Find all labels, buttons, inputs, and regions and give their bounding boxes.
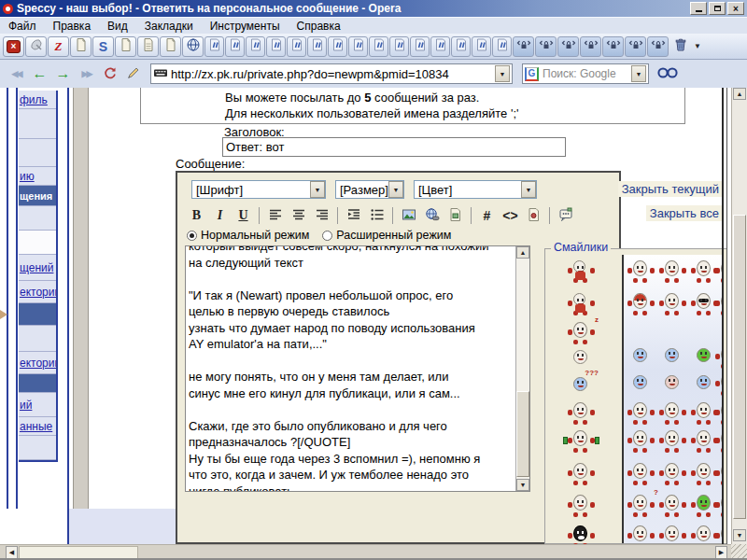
insert-image-button[interactable]	[399, 206, 418, 225]
sidebar-link[interactable]: анные	[20, 420, 52, 433]
menu-tools[interactable]: Инструменты	[202, 19, 289, 34]
shocked-ball-smiley[interactable]	[629, 371, 652, 396]
transfer-button[interactable]	[602, 36, 624, 57]
compose-button[interactable]	[121, 63, 145, 85]
facepalm-egg-smiley[interactable]	[629, 400, 652, 425]
transfer-button[interactable]	[580, 36, 601, 57]
sleeping-smiley[interactable]: z	[570, 320, 592, 344]
window-tab-button[interactable]	[430, 36, 450, 57]
hash-button[interactable]: #	[477, 206, 497, 225]
scroll-up-button[interactable]: ▲	[733, 88, 746, 100]
font-dropdown-button[interactable]: ▼	[310, 181, 325, 198]
wink-ball-smiley[interactable]	[629, 344, 652, 369]
normal-mode-radio[interactable]	[187, 231, 197, 241]
scroll-down-button[interactable]: ▼	[516, 479, 529, 491]
sunglasses-egg-smiley[interactable]	[693, 291, 715, 315]
align-left-button[interactable]	[265, 206, 285, 225]
sidebar-selected-row[interactable]	[19, 374, 56, 393]
binoculars-find-icon[interactable]	[656, 65, 679, 82]
wink-egg-smiley[interactable]	[629, 259, 652, 283]
fastforward-button[interactable]: ▶▶	[75, 63, 98, 85]
transfer-button[interactable]	[557, 36, 579, 57]
page-vertical-scrollbar[interactable]: ▲ ▼	[731, 88, 747, 544]
stop-button[interactable]: ×	[3, 36, 24, 57]
indent-button[interactable]	[344, 206, 363, 225]
list-button[interactable]	[367, 206, 387, 225]
italic-button[interactable]: I	[210, 206, 230, 225]
back-button[interactable]: ←	[28, 63, 51, 85]
laughing-egg-smiley[interactable]	[570, 493, 592, 517]
transfer-button[interactable]	[535, 36, 557, 57]
align-right-button[interactable]	[312, 206, 331, 225]
window-tab-button[interactable]	[389, 36, 409, 57]
window-tab-button[interactable]	[246, 36, 265, 57]
yawning-egg-smiley[interactable]	[693, 400, 715, 425]
grin-ball-smiley[interactable]	[693, 344, 715, 369]
sidebar-link-row[interactable]: ию	[19, 167, 56, 186]
transfer-button[interactable]	[647, 36, 669, 57]
sidebar-link[interactable]: филь	[20, 93, 48, 106]
tongue-egg-smiley[interactable]	[693, 259, 715, 283]
window-tab-button[interactable]	[287, 36, 306, 57]
sidebar-link[interactable]: ий	[20, 399, 32, 412]
address-dropdown-button[interactable]: ▼	[495, 65, 510, 82]
scroll-right-button[interactable]: ▶	[715, 546, 727, 559]
scroll-left-button[interactable]: ◀	[6, 546, 18, 559]
address-input[interactable]: http://zx.pk.ru/private.php?do=newpm&pmi…	[150, 63, 513, 84]
window-tab-button[interactable]	[472, 36, 491, 57]
restore-button[interactable]	[709, 2, 726, 15]
textarea-scrollbar[interactable]: ▲ ▼	[515, 246, 529, 491]
calm-egg-smiley[interactable]	[693, 524, 715, 543]
menu-help[interactable]: Справка	[289, 19, 349, 34]
happy-egg-smiley[interactable]	[693, 461, 715, 485]
laughing-egg-smiley[interactable]	[661, 259, 684, 283]
size-dropdown[interactable]: [Размер] ▼	[335, 180, 404, 199]
worried-egg-smiley[interactable]	[629, 461, 652, 485]
window-tab-button[interactable]	[369, 36, 388, 57]
window-tab-button[interactable]	[266, 36, 286, 57]
sidebar-link-row[interactable]: екторию	[19, 352, 56, 374]
page-button-1[interactable]	[70, 36, 92, 57]
font-dropdown[interactable]: [Шрифт] ▼	[191, 180, 326, 199]
smiling-ball-smiley[interactable]	[570, 346, 592, 371]
sidebar-link[interactable]: ию	[20, 170, 35, 183]
robot2-smiley[interactable]	[570, 291, 592, 315]
menu-view[interactable]: Вид	[99, 19, 136, 34]
menu-edit[interactable]: Правка	[45, 19, 100, 34]
sidebar-link-row[interactable]: ий	[19, 393, 56, 417]
pointing-egg-smiley[interactable]	[661, 291, 684, 315]
question-egg-smiley[interactable]: ?	[629, 493, 652, 517]
minimize-button[interactable]	[690, 2, 707, 15]
sad-ball-smiley[interactable]	[661, 344, 684, 369]
close-current-link[interactable]: Закрыть текущий	[618, 181, 723, 197]
close-button[interactable]: ×	[727, 2, 744, 15]
transfer-button[interactable]	[513, 36, 534, 57]
page-button-4[interactable]	[160, 36, 181, 57]
happy-ball-smiley[interactable]	[693, 371, 715, 396]
confused-ball-smiley[interactable]: ???	[570, 373, 592, 398]
sidebar-link-row[interactable]: филь	[19, 91, 56, 109]
window-tab-button[interactable]	[492, 36, 512, 57]
extended-mode-radio[interactable]	[322, 231, 332, 241]
insert-page-image-button[interactable]	[445, 206, 465, 225]
sidebar-link-row[interactable]: анные	[19, 417, 56, 436]
close-all-link[interactable]: Закрыть все	[646, 205, 723, 221]
color-dropdown[interactable]: [Цвет] ▼	[414, 180, 537, 199]
window-tab-button[interactable]	[225, 36, 245, 57]
angry-egg-smiley[interactable]	[661, 461, 684, 485]
rewind-button[interactable]: ◀◀	[5, 63, 28, 85]
smiling-egg-smiley[interactable]	[661, 400, 684, 425]
rolling-egg-smiley[interactable]	[661, 493, 684, 517]
sidebar-selected-row[interactable]: щения ▼	[19, 186, 56, 206]
window-tab-button[interactable]	[410, 36, 430, 57]
size-dropdown-button[interactable]: ▼	[388, 181, 403, 198]
window-tab-button[interactable]	[348, 36, 368, 57]
transfer-button[interactable]	[625, 36, 646, 57]
print-button[interactable]	[25, 36, 47, 57]
trash-button[interactable]	[669, 36, 691, 57]
hiding-egg-smiley[interactable]	[570, 400, 592, 425]
window-tab-button[interactable]	[204, 36, 224, 57]
align-center-button[interactable]	[289, 206, 308, 225]
window-tab-button[interactable]	[451, 36, 471, 57]
nav-frame-scrollbar[interactable]	[73, 88, 89, 509]
